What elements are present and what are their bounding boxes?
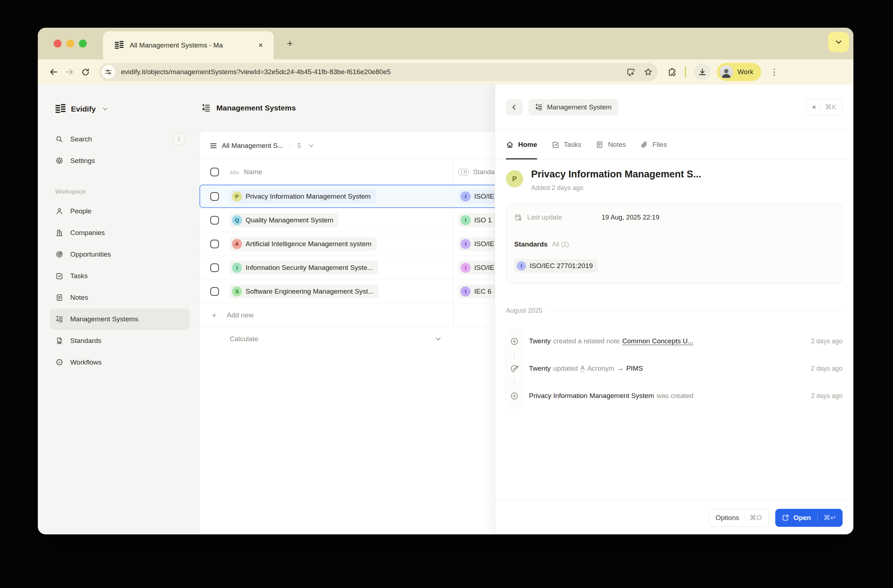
- record-name-chip[interactable]: P Privacy Information Management System: [230, 190, 376, 203]
- close-icon: ×: [812, 103, 816, 111]
- standard-avatar: I: [460, 286, 471, 297]
- evidify-favicon: [114, 40, 124, 50]
- download-icon: [698, 68, 707, 76]
- minimize-window-button[interactable]: [66, 40, 74, 48]
- record-name: Artificial Intelligence Management syste…: [245, 240, 371, 248]
- record-name: Information Security Management Syste...: [245, 264, 373, 272]
- sidebar-item-workflows[interactable]: Workflows: [50, 352, 190, 373]
- row-checkbox[interactable]: [210, 240, 219, 248]
- sidebar-item-people[interactable]: People: [50, 201, 190, 222]
- tab-tasks[interactable]: Tasks: [552, 130, 582, 159]
- divider: [820, 103, 821, 111]
- tab-notes[interactable]: Notes: [595, 130, 626, 159]
- workflow-gear-icon: [55, 358, 64, 367]
- zoom-window-button[interactable]: [79, 40, 87, 48]
- record-header: P Privacy Information Management S... Ad…: [506, 169, 843, 192]
- event-note-link[interactable]: Common Concepts U...: [622, 337, 693, 345]
- chevron-down-icon[interactable]: [308, 142, 315, 149]
- record-avatar: Q: [232, 215, 242, 225]
- building-icon: [55, 228, 64, 237]
- install-app-icon[interactable]: [626, 67, 636, 76]
- record-avatar: I: [232, 263, 242, 273]
- sidebar-item-label: Workflows: [70, 358, 102, 366]
- options-button[interactable]: Options ⌘O: [709, 509, 768, 527]
- sidebar-section-workspace: Workspace: [55, 179, 192, 201]
- bookmark-star-icon[interactable]: [643, 67, 653, 76]
- standard-avatar: I: [460, 192, 471, 201]
- panel-footer: Options ⌘O Open ⌘↵: [495, 501, 853, 534]
- text-field-icon: A: [580, 365, 585, 372]
- sidebar-item-tasks[interactable]: Tasks: [50, 265, 190, 287]
- arrow-right-icon: →: [617, 364, 624, 372]
- browser-menu-button[interactable]: ⋮: [767, 65, 781, 79]
- checkbox-icon: [552, 141, 559, 148]
- record-preview-panel: Management System × ⌘K Home Tasks: [495, 85, 853, 534]
- address-bar[interactable]: evidify.it/objects/managementSystems?vie…: [99, 63, 658, 81]
- view-name[interactable]: All Management S...: [222, 142, 283, 150]
- numbered-list-icon: [535, 103, 543, 111]
- paperclip-icon: [640, 141, 648, 148]
- sidebar-item-opportunities[interactable]: Opportunities: [50, 244, 190, 265]
- list-icon: [210, 142, 218, 150]
- panel-header: Management System × ⌘K: [495, 85, 853, 130]
- sidebar-item-management-systems[interactable]: Management Systems: [50, 308, 190, 330]
- sidebar-item-companies[interactable]: Companies: [50, 222, 190, 244]
- relation-type-icon: 1:N: [459, 169, 469, 175]
- back-button[interactable]: [46, 64, 62, 80]
- timeline-month-header: August 2025: [506, 307, 843, 315]
- sidebar-item-search[interactable]: Search /: [50, 129, 190, 150]
- standard-chip[interactable]: I ISO/IEC 27701:2019: [514, 259, 598, 273]
- row-checkbox[interactable]: [210, 287, 219, 296]
- person-photo-icon: [720, 67, 732, 79]
- open-button[interactable]: Open ⌘↵: [775, 509, 843, 527]
- workspace-switcher[interactable]: Evidify: [55, 101, 192, 117]
- event-action: updated: [553, 364, 578, 372]
- event-actor: Twenty: [529, 337, 550, 345]
- sidebar-item-label: Notes: [70, 294, 88, 302]
- row-checkbox[interactable]: [210, 263, 219, 272]
- sidebar-item-settings[interactable]: Settings: [50, 150, 190, 172]
- sidebar-item-notes[interactable]: Notes: [50, 287, 190, 308]
- numbered-list-icon: [201, 103, 210, 112]
- url-text[interactable]: evidify.it/objects/managementSystems?vie…: [121, 68, 626, 76]
- event-action: created a related note: [553, 337, 620, 345]
- record-name-chip[interactable]: I Information Security Management Syste.…: [230, 261, 378, 274]
- record-subtitle: Added 2 days ago: [531, 184, 701, 192]
- record-name-chip[interactable]: Q Quality Management System: [230, 213, 338, 227]
- breadcrumb[interactable]: Management System: [528, 99, 618, 116]
- record-title[interactable]: Privacy Information Management S...: [531, 169, 701, 180]
- reload-button[interactable]: [77, 64, 93, 80]
- standard-avatar: I: [517, 261, 526, 271]
- timeline-connector: [514, 352, 514, 358]
- record-name-chip[interactable]: A Artificial Intelligence Management sys…: [230, 237, 377, 251]
- tab-strip-chevron-button[interactable]: [828, 32, 849, 52]
- sidebar-item-standards[interactable]: Standards: [50, 330, 190, 352]
- profile-chip[interactable]: Work: [717, 63, 761, 81]
- sidebar-item-label: Tasks: [70, 272, 88, 280]
- panel-close-button[interactable]: × ⌘K: [806, 99, 843, 116]
- column-header-name[interactable]: AbcName: [230, 168, 262, 176]
- puzzle-icon: [667, 67, 677, 77]
- select-all-checkbox[interactable]: [210, 168, 219, 176]
- row-checkbox[interactable]: [210, 216, 219, 225]
- row-checkbox[interactable]: [210, 192, 219, 201]
- extensions-button[interactable]: [667, 67, 677, 77]
- view-record-count: 5: [297, 142, 301, 150]
- tab-home[interactable]: Home: [506, 130, 537, 159]
- tab-files[interactable]: Files: [640, 130, 667, 159]
- sidebar-item-label: Opportunities: [70, 250, 111, 258]
- panel-back-button[interactable]: [506, 99, 522, 116]
- close-window-button[interactable]: [54, 40, 62, 48]
- site-settings-button[interactable]: [102, 65, 115, 79]
- field-last-update[interactable]: Last update 19 Aug, 2025 22:19: [506, 204, 842, 230]
- record-name-chip[interactable]: S Software Engineering Management Syst..…: [230, 285, 379, 298]
- downloads-button[interactable]: [694, 64, 710, 80]
- chevron-down-icon[interactable]: [434, 335, 442, 343]
- standards-all-count[interactable]: All (1): [552, 241, 569, 248]
- tab-close-icon[interactable]: ×: [255, 40, 266, 51]
- forward-button[interactable]: [62, 64, 77, 80]
- new-tab-button[interactable]: +: [283, 36, 297, 51]
- browser-tab[interactable]: All Management Systems - Ma ×: [103, 31, 274, 59]
- sidebar-item-label: Standards: [70, 337, 102, 345]
- chevron-left-icon: [510, 103, 518, 111]
